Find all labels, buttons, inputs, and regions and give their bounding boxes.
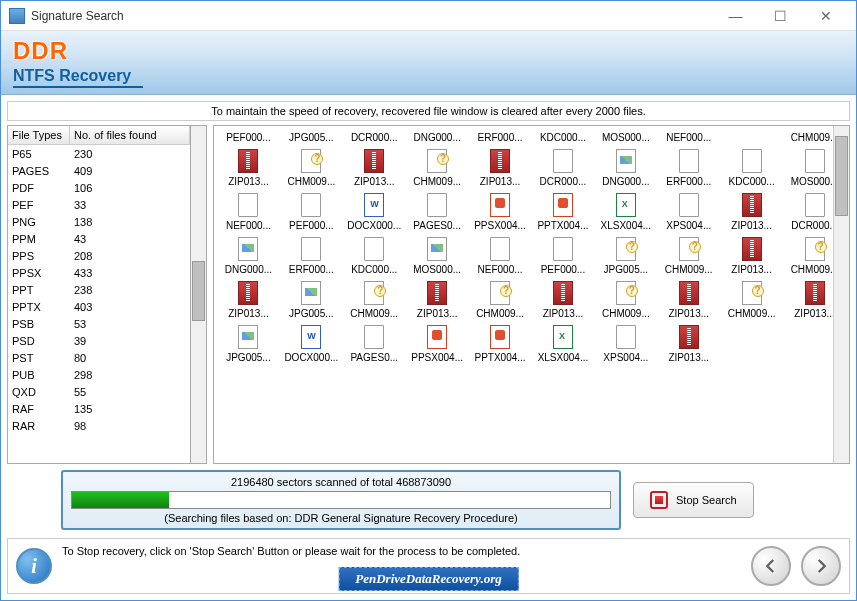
file-item[interactable]: KDC000... <box>533 130 594 145</box>
left-scrollbar[interactable] <box>191 125 207 464</box>
file-item[interactable]: ZIP013... <box>218 147 279 189</box>
file-item[interactable]: KDC000... <box>721 147 782 189</box>
file-item[interactable]: XLSX004... <box>595 191 656 233</box>
progress-subtext: (Searching files based on: DDR General S… <box>71 512 611 524</box>
file-item[interactable]: XPS004... <box>658 191 719 233</box>
table-row[interactable]: PDF106 <box>8 179 190 196</box>
file-label: JPG005... <box>226 352 270 363</box>
file-item[interactable]: CHM009... <box>721 279 782 321</box>
table-row[interactable]: QXD55 <box>8 383 190 400</box>
file-item[interactable]: ERF000... <box>281 235 342 277</box>
file-item[interactable]: ZIP013... <box>658 279 719 321</box>
stop-search-button[interactable]: Stop Search <box>633 482 754 518</box>
file-item[interactable]: JPG005... <box>281 130 342 145</box>
zip-icon <box>805 281 825 305</box>
table-row[interactable]: PSD39 <box>8 332 190 349</box>
file-label: CHM009... <box>287 176 335 187</box>
table-row[interactable]: PPTX403 <box>8 298 190 315</box>
page-icon <box>301 237 321 261</box>
file-label: DOCX000... <box>347 220 401 231</box>
file-item[interactable]: JPG005... <box>281 279 342 321</box>
table-row[interactable]: PAGES409 <box>8 162 190 179</box>
scrollbar-thumb[interactable] <box>835 136 848 216</box>
maximize-button[interactable]: ☐ <box>758 2 803 30</box>
table-row[interactable]: PUB298 <box>8 366 190 383</box>
table-row[interactable]: P65230 <box>8 145 190 162</box>
table-row[interactable]: PPS208 <box>8 247 190 264</box>
img-icon <box>616 149 636 173</box>
file-item[interactable]: ZIP013... <box>721 235 782 277</box>
file-item[interactable]: NEF000... <box>470 235 531 277</box>
table-row[interactable]: PSB53 <box>8 315 190 332</box>
file-item[interactable]: DOCX000... <box>344 191 405 233</box>
file-item[interactable]: PAGES0... <box>344 323 405 365</box>
file-label: CHM009... <box>665 264 713 275</box>
file-item[interactable]: PAGES0... <box>407 191 468 233</box>
file-item[interactable]: MOS000... <box>407 235 468 277</box>
file-item[interactable]: PEF000... <box>281 191 342 233</box>
table-row[interactable]: PPT238 <box>8 281 190 298</box>
file-item[interactable]: DCR000... <box>533 147 594 189</box>
file-item[interactable]: DNG000... <box>407 130 468 145</box>
file-label: PEF000... <box>541 264 585 275</box>
right-scrollbar[interactable] <box>833 126 849 463</box>
table-row[interactable]: PPM43 <box>8 230 190 247</box>
file-item[interactable]: ZIP013... <box>344 147 405 189</box>
file-item[interactable]: ZIP013... <box>407 279 468 321</box>
minimize-button[interactable]: — <box>713 2 758 30</box>
file-item[interactable]: CHM009... <box>470 279 531 321</box>
table-row[interactable]: PST80 <box>8 349 190 366</box>
page-icon <box>742 149 762 173</box>
file-item[interactable]: DOCX000... <box>281 323 342 365</box>
file-item[interactable]: CHM009... <box>658 235 719 277</box>
column-count[interactable]: No. of files found <box>70 126 190 144</box>
file-item[interactable]: ZIP013... <box>533 279 594 321</box>
titlebar: Signature Search — ☐ ✕ <box>1 1 856 31</box>
progress-bar-fill <box>72 492 169 508</box>
scrollbar-thumb[interactable] <box>192 261 205 321</box>
ppt-icon <box>490 325 510 349</box>
column-file-types[interactable]: File Types <box>8 126 70 144</box>
file-item[interactable]: JPG005... <box>595 235 656 277</box>
table-row[interactable]: RAR98 <box>8 417 190 434</box>
file-item[interactable]: PPSX004... <box>470 191 531 233</box>
file-item[interactable]: CHM009... <box>344 279 405 321</box>
file-item[interactable]: CHM009... <box>595 279 656 321</box>
file-item[interactable]: CHM009... <box>407 147 468 189</box>
file-item[interactable]: DNG000... <box>595 147 656 189</box>
forward-button[interactable] <box>801 546 841 586</box>
file-item[interactable]: DCR000... <box>344 130 405 145</box>
file-item[interactable]: KDC000... <box>344 235 405 277</box>
file-item[interactable]: CHM009... <box>281 147 342 189</box>
file-item[interactable]: PPTX004... <box>470 323 531 365</box>
cell-type: PDF <box>8 182 70 194</box>
file-label: DNG000... <box>225 264 272 275</box>
back-button[interactable] <box>751 546 791 586</box>
file-item[interactable]: ZIP013... <box>658 323 719 365</box>
file-item[interactable]: ERF000... <box>658 147 719 189</box>
file-item[interactable]: PPSX004... <box>407 323 468 365</box>
file-item[interactable]: XPS004... <box>595 323 656 365</box>
file-item[interactable]: PPTX004... <box>533 191 594 233</box>
file-item[interactable]: ZIP013... <box>218 279 279 321</box>
file-item[interactable]: JPG005... <box>218 323 279 365</box>
file-item[interactable]: ZIP013... <box>470 147 531 189</box>
zip-icon <box>364 149 384 173</box>
file-item[interactable]: XLSX004... <box>533 323 594 365</box>
file-item[interactable]: PEF000... <box>533 235 594 277</box>
close-button[interactable]: ✕ <box>803 2 848 30</box>
info-icon[interactable]: i <box>16 548 52 584</box>
file-item[interactable]: ZIP013... <box>721 191 782 233</box>
table-row[interactable]: RAF135 <box>8 400 190 417</box>
file-item[interactable]: DNG000... <box>218 235 279 277</box>
file-item[interactable]: NEF000... <box>658 130 719 145</box>
stop-label: Stop Search <box>676 494 737 506</box>
window-title: Signature Search <box>31 9 713 23</box>
file-item[interactable]: PEF000... <box>218 130 279 145</box>
file-item[interactable]: NEF000... <box>218 191 279 233</box>
table-row[interactable]: PPSX433 <box>8 264 190 281</box>
table-row[interactable]: PNG138 <box>8 213 190 230</box>
file-item[interactable]: ERF000... <box>470 130 531 145</box>
file-item[interactable]: MOS000... <box>595 130 656 145</box>
table-row[interactable]: PEF33 <box>8 196 190 213</box>
